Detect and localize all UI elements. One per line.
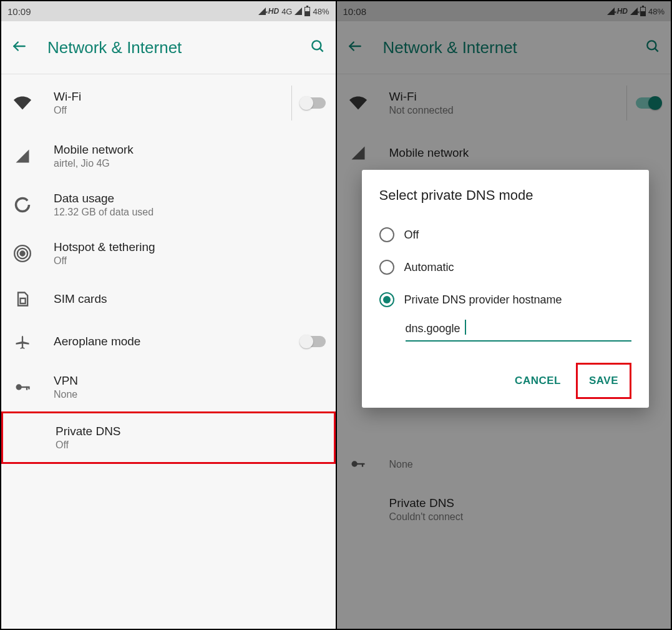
- hotspot-sub: Off: [54, 255, 326, 267]
- vpn-sub: None: [54, 389, 326, 400]
- radio-icon: [379, 260, 394, 275]
- arrow-left-icon: [11, 38, 27, 54]
- signal-nodata-icon: [630, 7, 638, 15]
- signal-icon: [14, 147, 54, 165]
- wifi-icon: [349, 94, 389, 112]
- search-button[interactable]: [301, 38, 326, 57]
- mobile-title: Mobile network: [54, 143, 326, 157]
- signal-icon: [349, 144, 389, 162]
- data-usage-item[interactable]: Data usage 12.32 GB of data used: [1, 180, 336, 229]
- text-caret: [465, 320, 466, 335]
- svg-point-3: [16, 199, 29, 212]
- signal-icon: [295, 7, 302, 15]
- search-icon: [309, 38, 326, 54]
- radio-auto-label: Automatic: [404, 261, 454, 274]
- hotspot-title: Hotspot & tethering: [54, 240, 326, 254]
- search-icon: [645, 38, 661, 54]
- wifi-item[interactable]: Wi-Fi Off: [1, 74, 336, 132]
- svg-line-2: [319, 48, 323, 51]
- status-time: 10:09: [7, 6, 31, 17]
- mobile-network-item[interactable]: Mobile network airtel, Jio 4G: [1, 132, 336, 180]
- back-button[interactable]: [347, 38, 372, 57]
- mobile-network-item[interactable]: Mobile network: [337, 132, 671, 174]
- dialog-title: Select private DNS mode: [379, 187, 632, 204]
- mobile-sub: airtel, Jio 4G: [54, 158, 326, 169]
- svg-rect-9: [21, 386, 29, 388]
- private-dns-item[interactable]: Private DNS Couldn't connect: [337, 485, 671, 534]
- data-usage-icon: [14, 196, 54, 214]
- svg-rect-17: [361, 463, 363, 467]
- pdns-sub: Couldn't connect: [389, 511, 661, 523]
- svg-rect-16: [356, 463, 364, 465]
- svg-rect-7: [21, 298, 26, 303]
- hd-icon: HD: [268, 7, 279, 16]
- app-bar: Network & Internet: [337, 21, 671, 74]
- wifi-icon: [14, 94, 54, 112]
- status-icons: HD 4G 48%: [258, 7, 329, 16]
- vpn-title: VPN: [54, 374, 326, 388]
- airplane-icon: [14, 333, 54, 350]
- radio-icon: [379, 227, 394, 242]
- status-time: 10:08: [343, 6, 367, 17]
- radio-off[interactable]: Off: [379, 219, 632, 251]
- svg-point-4: [21, 252, 25, 256]
- vpn-key-icon: [14, 378, 54, 396]
- signal-nodata-icon: [258, 7, 266, 15]
- status-icons: HD 48%: [607, 7, 665, 16]
- cancel-button[interactable]: CANCEL: [506, 367, 570, 395]
- battery-icon: [640, 7, 646, 16]
- svg-point-13: [647, 41, 656, 49]
- wifi-sub: Not connected: [389, 105, 618, 116]
- save-highlight: SAVE: [576, 363, 631, 399]
- wifi-sub: Off: [54, 105, 283, 116]
- svg-point-1: [312, 41, 321, 49]
- divider: [291, 86, 292, 121]
- data-sub: 12.32 GB of data used: [54, 207, 326, 218]
- vpn-item[interactable]: None: [337, 443, 671, 485]
- pdns-title: Private DNS: [56, 425, 324, 438]
- divider: [626, 86, 627, 121]
- mobile-title: Mobile network: [389, 146, 661, 160]
- aeroplane-switch[interactable]: [301, 336, 326, 347]
- search-button[interactable]: [636, 38, 661, 57]
- pdns-sub: Off: [56, 440, 324, 451]
- svg-rect-11: [28, 386, 29, 390]
- network-type: 4G: [281, 7, 292, 16]
- page-title: Network & Internet: [36, 38, 301, 57]
- save-button[interactable]: SAVE: [580, 367, 627, 395]
- back-button[interactable]: [11, 38, 36, 57]
- vpn-sub: None: [389, 459, 661, 470]
- private-dns-item[interactable]: Private DNS Off: [1, 411, 336, 464]
- radio-automatic[interactable]: Automatic: [379, 251, 632, 283]
- status-bar: 10:09 HD 4G 48%: [1, 1, 336, 21]
- hotspot-item[interactable]: Hotspot & tethering Off: [1, 229, 336, 278]
- radio-icon-selected: [379, 292, 394, 307]
- radio-hostname[interactable]: Private DNS provider hostname: [379, 283, 632, 316]
- battery-text: 48%: [648, 7, 665, 16]
- svg-point-15: [351, 461, 357, 466]
- screenshot-right: 10:08 HD 48% Network & Internet: [337, 1, 673, 629]
- vpn-key-icon: [349, 455, 389, 473]
- aero-title: Aeroplane mode: [54, 335, 301, 348]
- radio-host-label: Private DNS provider hostname: [404, 293, 562, 307]
- app-bar: Network & Internet: [1, 21, 336, 74]
- hostname-field-wrap: [406, 318, 632, 342]
- wifi-item[interactable]: Wi-Fi Not connected: [337, 74, 671, 132]
- wifi-switch[interactable]: [636, 97, 661, 109]
- wifi-switch[interactable]: [301, 97, 326, 109]
- vpn-item[interactable]: VPN None: [1, 363, 336, 411]
- sim-icon: [14, 290, 54, 308]
- sim-title: SIM cards: [54, 292, 326, 306]
- settings-list: Wi-Fi Off Mobile network airtel, Jio 4G: [1, 74, 336, 464]
- pdns-title: Private DNS: [389, 496, 661, 510]
- svg-line-14: [655, 48, 658, 51]
- status-bar: 10:08 HD 48%: [337, 1, 671, 21]
- data-title: Data usage: [54, 192, 326, 205]
- aeroplane-item[interactable]: Aeroplane mode: [1, 320, 336, 363]
- battery-text: 48%: [313, 7, 329, 16]
- page-title: Network & Internet: [372, 38, 636, 57]
- radio-off-label: Off: [404, 229, 419, 242]
- sim-cards-item[interactable]: SIM cards: [1, 278, 336, 320]
- hostname-input[interactable]: [406, 318, 632, 342]
- signal-nodata-icon: [607, 7, 615, 15]
